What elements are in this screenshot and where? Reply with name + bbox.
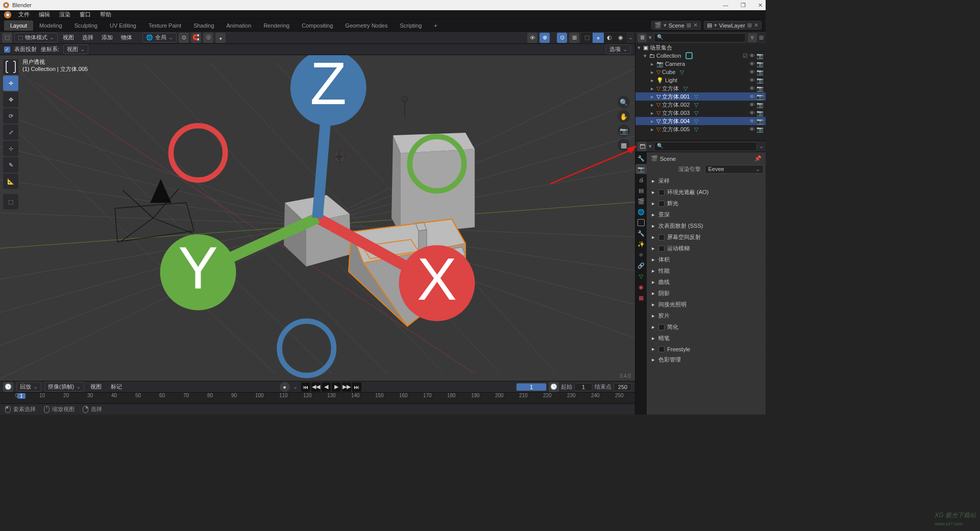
snap-icon[interactable]: 🧲 <box>191 33 201 43</box>
panel-header[interactable]: ▸采样 <box>649 176 764 186</box>
outliner-item[interactable]: ▸▽立方体.005▽👁📷 <box>635 125 766 133</box>
outliner-search[interactable] <box>654 33 746 42</box>
pin-icon[interactable]: 📌 <box>754 155 762 162</box>
ptab-physics[interactable]: ⚛ <box>635 250 647 260</box>
project-surface-checkbox[interactable]: ✓ <box>4 46 10 53</box>
panel-header[interactable]: ▸阴影 <box>649 288 764 299</box>
camera-view-icon[interactable]: 📷 <box>618 125 630 137</box>
playback-dropdown[interactable]: 回放⌄ <box>16 382 41 392</box>
eye-icon[interactable]: 👁 <box>749 110 755 116</box>
ptab-scene[interactable]: 🎬 <box>635 196 647 206</box>
panel-header[interactable]: ▸Freestyle <box>649 344 764 354</box>
tab-texture[interactable]: Texture Paint <box>142 20 187 31</box>
next-key-icon[interactable]: ▶▶ <box>342 382 351 392</box>
props-editor-icon[interactable]: 🗔 <box>638 142 647 151</box>
nav-gizmo[interactable]: X Y Z <box>0 55 635 381</box>
outliner-item[interactable]: ▸💡Light👁📷 <box>635 76 766 84</box>
autokey-icon[interactable]: ● <box>280 382 290 392</box>
mode-selector[interactable]: ⬚ 物体模式 ⌄ <box>14 33 58 42</box>
proportional-icon[interactable]: ⬥ <box>215 33 226 43</box>
panel-checkbox[interactable] <box>658 324 665 330</box>
render-icon[interactable]: 📷 <box>756 77 764 84</box>
vp-menu-view[interactable]: 视图 <box>60 33 77 42</box>
ptab-texture[interactable]: ▦ <box>635 293 647 303</box>
vp-menu-object[interactable]: 物体 <box>118 33 135 42</box>
ptab-mesh[interactable]: ▽ <box>635 271 647 281</box>
panel-header[interactable]: ▸次表面散射 (SSS) <box>649 221 764 231</box>
ptab-viewlayer[interactable]: ▤ <box>635 185 647 196</box>
render-icon[interactable]: 📷 <box>756 69 764 76</box>
render-icon[interactable]: 📷 <box>756 110 764 116</box>
panel-header[interactable]: ▸性能 <box>649 266 764 276</box>
options-dropdown[interactable]: 选项 ⌄ <box>606 44 631 54</box>
view-layer-selector[interactable]: ▤ ▾ ViewLayer ⊞✕ <box>704 21 762 30</box>
eye-icon[interactable]: 👁 <box>749 93 755 100</box>
matpreview-mode-icon[interactable]: ◐ <box>604 33 615 43</box>
tool-move[interactable]: ✥ <box>3 92 18 107</box>
outliner-item[interactable]: ▸▽立方体.004▽👁📷 <box>635 117 766 125</box>
outliner-item[interactable]: ▸▽立方体.001▽👁📷 <box>635 92 766 101</box>
zoom-icon[interactable]: 🔍 <box>618 96 630 108</box>
tl-menu-marker[interactable]: 标记 <box>108 382 125 392</box>
menu-window[interactable]: 窗口 <box>76 10 95 19</box>
wireframe-mode-icon[interactable]: ⬚ <box>581 33 593 43</box>
filter-icon[interactable]: ▿ <box>748 33 757 42</box>
panel-checkbox[interactable] <box>658 246 665 252</box>
jump-end-icon[interactable]: ⏭ <box>352 382 361 392</box>
tl-menu-view[interactable]: 视图 <box>87 382 105 392</box>
panel-checkbox[interactable] <box>658 234 665 240</box>
play-icon[interactable]: ▶ <box>332 382 341 392</box>
tab-layout[interactable]: Layout <box>4 20 33 31</box>
tool-rotate[interactable]: ⟳ <box>3 108 18 124</box>
minimize-button[interactable]: — <box>723 2 728 9</box>
ptab-constraints[interactable]: 🔗 <box>635 260 647 271</box>
tool-scale[interactable]: ⤢ <box>3 125 18 140</box>
solid-mode-icon[interactable]: ● <box>593 33 604 43</box>
new-collection-icon[interactable]: ⊞ <box>759 34 764 41</box>
3d-viewport[interactable]: 用户透视 (1) Collection | 立方体.005 X Y Z 🔍 <box>0 55 635 381</box>
row-collection[interactable]: ▾🗀 Collection ☑👁📷 <box>635 52 766 60</box>
render-icon[interactable]: 📷 <box>756 126 764 133</box>
eye-icon[interactable]: 👁 <box>749 77 755 84</box>
jump-start-icon[interactable]: ⏮ <box>301 382 310 392</box>
panel-header[interactable]: ▸辉光 <box>649 198 764 209</box>
tab-scripting[interactable]: Scripting <box>394 20 428 31</box>
panel-header[interactable]: ▸景深 <box>649 209 764 220</box>
pivot-icon[interactable]: ⊙ <box>179 33 189 43</box>
gizmo-toggle-icon[interactable]: ⊕ <box>540 33 550 43</box>
outliner-item[interactable]: ▸▽立方体.002▽👁📷 <box>635 101 766 109</box>
panel-header[interactable]: ▸间接光照明 <box>649 299 764 310</box>
panel-header[interactable]: ▸色彩管理 <box>649 354 764 365</box>
tab-add[interactable]: + <box>428 20 443 31</box>
tab-sculpting[interactable]: Sculpting <box>68 20 104 31</box>
vis-gizmos-icon[interactable]: 👁 <box>527 33 537 43</box>
vp-menu-select[interactable]: 选择 <box>79 33 96 42</box>
panel-header[interactable]: ▸屏幕空间反射 <box>649 232 764 243</box>
scene-selector[interactable]: 🎬 ▾ Scene ⊞✕ <box>651 21 701 30</box>
ptab-particles[interactable]: ✨ <box>635 239 647 249</box>
panel-header[interactable]: ▸环境光遮蔽 (AO) <box>649 187 764 198</box>
panel-header[interactable]: ▸胶片 <box>649 310 764 321</box>
panel-checkbox[interactable] <box>658 346 665 352</box>
panel-header[interactable]: ▸运动模糊 <box>649 243 764 254</box>
menu-edit[interactable]: 编辑 <box>35 10 54 19</box>
orientation-selector[interactable]: 🌐 全局 ⌄ <box>142 33 177 42</box>
eye-icon[interactable]: 👁 <box>749 69 755 76</box>
ptab-modifiers[interactable]: 🔧 <box>635 228 647 238</box>
render-icon[interactable]: 📷 <box>756 61 764 67</box>
ptab-material[interactable]: ◉ <box>635 282 647 292</box>
tool-select-box[interactable] <box>3 59 18 75</box>
outliner-item[interactable]: ▸▽立方体.003▽👁📷 <box>635 109 766 117</box>
tool-add-primitive[interactable]: ⬚ <box>3 194 18 209</box>
tab-uv[interactable]: UV Editing <box>104 20 142 31</box>
eye-icon[interactable]: 👁 <box>749 126 755 133</box>
tool-transform[interactable]: ⊹ <box>3 141 18 156</box>
tool-cursor[interactable]: ✛ <box>3 76 18 91</box>
panel-header[interactable]: ▸蜡笔 <box>649 333 764 344</box>
xray-icon[interactable]: ⊞ <box>569 33 579 43</box>
eye-icon[interactable]: 👁 <box>749 102 755 108</box>
props-search[interactable] <box>654 142 757 151</box>
close-button[interactable]: ✕ <box>758 2 763 9</box>
keying-dropdown[interactable]: 抠像(插帧)⌄ <box>44 382 84 392</box>
menu-help[interactable]: 帮助 <box>96 10 115 19</box>
